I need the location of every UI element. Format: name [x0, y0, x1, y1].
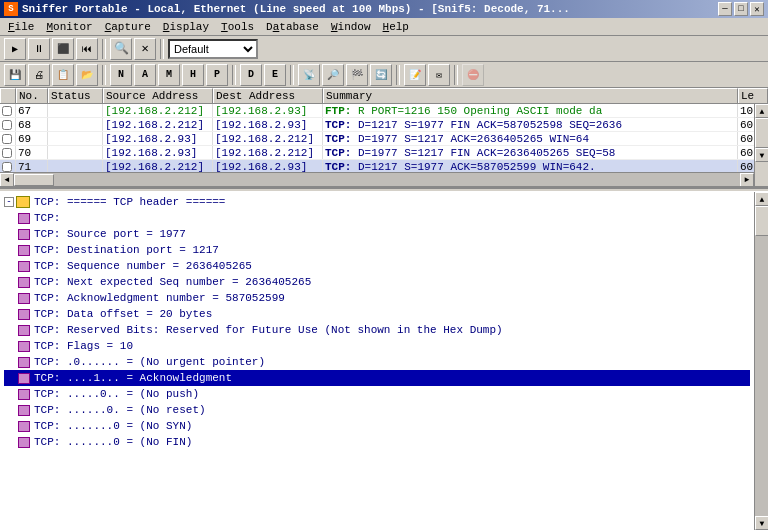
leaf-icon	[18, 245, 30, 256]
toolbar2: 💾 🖨 📋 📂 N A M H P D E 📡 🔎 🏁 🔄 📝 ✉ ⛔	[0, 62, 768, 88]
menu-database[interactable]: Database	[260, 20, 325, 34]
table-row[interactable]: 69 [192.168.2.93] [192.168.2.212] TCP: D…	[0, 132, 768, 146]
host-icon[interactable]: H	[182, 64, 204, 86]
menu-help[interactable]: Help	[377, 20, 415, 34]
mail-icon[interactable]: ✉	[428, 64, 450, 86]
stop-button[interactable]: ⬛	[52, 38, 74, 60]
scroll-track[interactable]	[755, 118, 768, 148]
maximize-button[interactable]: □	[734, 2, 748, 16]
scroll-left-button[interactable]: ◄	[0, 173, 14, 187]
open-icon[interactable]: 📂	[76, 64, 98, 86]
decode-line: - TCP: ====== TCP header ======	[4, 194, 750, 210]
summary-prefix: TCP:	[325, 119, 351, 131]
h-scroll-track[interactable]	[14, 173, 740, 187]
separator3	[102, 65, 106, 85]
row-checkbox[interactable]	[0, 146, 16, 159]
matrix-icon[interactable]: M	[158, 64, 180, 86]
minimize-button[interactable]: ─	[718, 2, 732, 16]
packet-list: No. Status Source Address Dest Address S…	[0, 88, 768, 188]
rewind-button[interactable]: ⏮	[76, 38, 98, 60]
title-bar-left: S Sniffer Portable - Local, Ethernet (Li…	[4, 2, 570, 16]
row-checkbox[interactable]	[0, 132, 16, 145]
menu-window[interactable]: Window	[325, 20, 377, 34]
refresh-icon[interactable]: 🔄	[370, 64, 392, 86]
app-icon: S	[4, 2, 18, 16]
menu-monitor[interactable]: Monitor	[40, 20, 98, 34]
decode-scroll-up[interactable]: ▲	[755, 192, 768, 206]
leaf-icon	[18, 213, 30, 224]
filter2-icon[interactable]: 🔎	[322, 64, 344, 86]
scroll-thumb[interactable]	[755, 118, 768, 148]
col-hdr-summary: Summary	[323, 88, 738, 103]
decode-track[interactable]	[755, 206, 768, 516]
decode-icon[interactable]: D	[240, 64, 262, 86]
row-status	[48, 132, 103, 145]
pause-button[interactable]: ⏸	[28, 38, 50, 60]
leaf-icon	[18, 293, 30, 304]
separator1	[102, 39, 106, 59]
menu-tools[interactable]: Tools	[215, 20, 260, 34]
copy-icon[interactable]: 📋	[52, 64, 74, 86]
row-checkbox[interactable]	[0, 118, 16, 131]
row-check-input[interactable]	[2, 162, 12, 172]
menu-capture[interactable]: Capture	[99, 20, 157, 34]
h-scrollbar[interactable]: ◄ ►	[0, 172, 754, 186]
decode-text: TCP: Reserved Bits: Reserved for Future …	[34, 322, 503, 338]
packet-scrollbar[interactable]: ▲ ▼	[754, 104, 768, 186]
scroll-down-button[interactable]: ▼	[755, 148, 768, 162]
table-row[interactable]: 67 [192.168.2.212] [192.168.2.93] FTP: R…	[0, 104, 768, 118]
packet-header: No. Status Source Address Dest Address S…	[0, 88, 768, 104]
address-icon[interactable]: 📡	[298, 64, 320, 86]
row-checkbox[interactable]	[0, 104, 16, 117]
h-scroll-thumb[interactable]	[14, 174, 54, 186]
col-hdr-dst: Dest Address	[213, 88, 323, 103]
play-button[interactable]: ▶	[4, 38, 26, 60]
note-icon[interactable]: 📝	[404, 64, 426, 86]
table-row[interactable]: 68 [192.168.2.212] [192.168.2.93] TCP: D…	[0, 118, 768, 132]
scroll-right-button[interactable]: ►	[740, 173, 754, 187]
protocol-icon[interactable]: P	[206, 64, 228, 86]
leaf-icon	[18, 373, 30, 384]
close-button[interactable]: ✕	[750, 2, 764, 16]
leaf-icon	[18, 229, 30, 240]
chart-icon[interactable]: N	[110, 64, 132, 86]
decode-scroll-down[interactable]: ▼	[755, 516, 768, 530]
stop-capture-button[interactable]: ✕	[134, 38, 156, 60]
separator5	[290, 65, 294, 85]
decode-text: TCP: Data offset = 20 bytes	[34, 306, 212, 322]
print-icon[interactable]: 🖨	[28, 64, 50, 86]
leaf-icon	[18, 357, 30, 368]
flag-icon[interactable]: 🏁	[346, 64, 368, 86]
col-hdr-len: Le	[738, 88, 768, 103]
decode-text: TCP:	[34, 210, 60, 226]
decode-line: TCP: Flags = 10	[4, 338, 750, 354]
title-bar-controls[interactable]: ─ □ ✕	[718, 2, 764, 16]
decode-line: TCP: Next expected Seq number = 26364052…	[4, 274, 750, 290]
row-check-input[interactable]	[2, 106, 12, 116]
leaf-icon	[18, 341, 30, 352]
title-bar: S Sniffer Portable - Local, Ethernet (Li…	[0, 0, 768, 18]
main-container: No. Status Source Address Dest Address S…	[0, 88, 768, 530]
filter-dropdown-container[interactable]: Default	[168, 39, 258, 59]
summary-prefix: FTP:	[325, 105, 351, 117]
decode-scrollbar[interactable]: ▲ ▼	[754, 192, 768, 530]
summary-prefix: TCP:	[325, 133, 351, 145]
filter-dropdown[interactable]: Default	[168, 39, 258, 59]
menu-file[interactable]: File	[2, 20, 40, 34]
tree-collapse-icon[interactable]: -	[4, 197, 14, 207]
table-row[interactable]: 70 [192.168.2.93] [192.168.2.212] TCP: D…	[0, 146, 768, 160]
row-check-input[interactable]	[2, 134, 12, 144]
row-check-input[interactable]	[2, 148, 12, 158]
decode-text: TCP: Source port = 1977	[34, 226, 186, 242]
menu-bar: File Monitor Capture Display Tools Datab…	[0, 18, 768, 36]
decode-text: TCP: ......0. = (No reset)	[34, 402, 206, 418]
save-icon[interactable]: 💾	[4, 64, 26, 86]
row-check-input[interactable]	[2, 120, 12, 130]
search-button[interactable]: 🔍	[110, 38, 132, 60]
row-no: 70	[16, 146, 48, 159]
menu-display[interactable]: Display	[157, 20, 215, 34]
scroll-up-button[interactable]: ▲	[755, 104, 768, 118]
stats-icon[interactable]: A	[134, 64, 156, 86]
decode-thumb[interactable]	[755, 206, 768, 236]
expert-icon[interactable]: E	[264, 64, 286, 86]
